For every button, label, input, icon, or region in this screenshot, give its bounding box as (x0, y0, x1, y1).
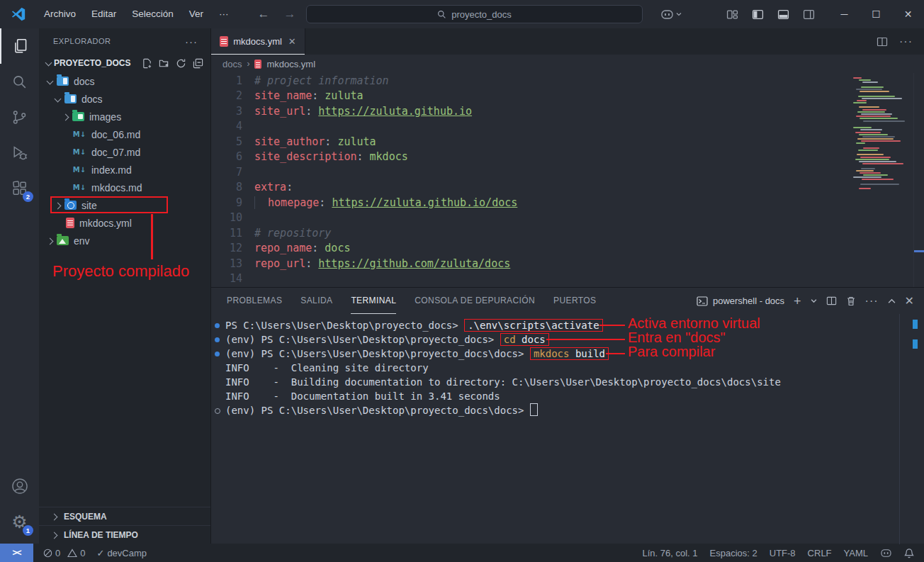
extensions-view-icon[interactable]: 2 (0, 170, 39, 206)
new-folder-icon[interactable] (159, 58, 169, 69)
tree-item-doc-07-md[interactable]: M↓doc_07.md (39, 143, 210, 161)
tree-item-index-md[interactable]: M↓index.md (39, 161, 210, 179)
terminal-text: (env) PS C:\Users\User\Desktop\proyecto_… (225, 348, 530, 359)
run-debug-icon[interactable] (0, 135, 39, 170)
tree-item-mkdocs-yml[interactable]: mkdocs.yml (39, 214, 210, 232)
collapse-folders-icon[interactable] (193, 58, 203, 69)
indentation[interactable]: Espacios: 2 (710, 548, 757, 558)
code-token: homepage (268, 196, 319, 209)
tab-close-icon[interactable]: ✕ (288, 36, 296, 47)
maximize-panel-icon[interactable] (888, 298, 896, 304)
terminal-command: cd (504, 334, 516, 345)
menu-archivo[interactable]: Archivo (36, 0, 84, 28)
customize-layout-icon[interactable] (723, 5, 742, 24)
chevron-down-icon (676, 12, 682, 16)
line-number: 10 (211, 211, 254, 224)
annotation-note: Activa entorno virtual (628, 316, 760, 330)
back-icon[interactable]: ← (258, 7, 270, 21)
terminal-dropdown-icon[interactable] (811, 298, 817, 303)
notifications-bell-icon[interactable] (904, 548, 914, 558)
minimize-button[interactable]: ─ (828, 0, 860, 28)
folder-docs-icon (57, 77, 69, 86)
tab-mkdocs-yml[interactable]: mkdocs.yml ✕ (211, 28, 305, 55)
code-token: # repository (254, 227, 331, 240)
terminal-line: INFO - Documentation built in 3.41 secon… (211, 389, 924, 403)
panel-tab-problemas[interactable]: PROBLEMAS (227, 288, 282, 314)
chevron-down-icon (43, 61, 54, 65)
language-mode[interactable]: YAML (844, 548, 868, 558)
toggle-panel-icon[interactable] (774, 5, 793, 24)
tree-item-label: env (74, 235, 90, 247)
close-panel-icon[interactable]: ✕ (905, 294, 914, 308)
panel-tab-puertos[interactable]: PUERTOS (553, 288, 596, 314)
tree-item-doc-06-md[interactable]: M↓doc_06.md (39, 125, 210, 143)
tree-item-images[interactable]: images (39, 108, 210, 125)
menu-ver[interactable]: Ver (181, 0, 211, 28)
new-file-icon[interactable] (142, 58, 152, 69)
outline-section[interactable]: ESQUEMA (39, 507, 210, 525)
tree-item-docs[interactable]: docs (39, 90, 210, 108)
panel-tab-consola-de-depuracion[interactable]: CONSOLA DE DEPURACIÓN (415, 288, 535, 314)
terminal-instance[interactable]: powershell - docs (697, 296, 784, 306)
problems-status[interactable]: 0 0 (43, 548, 85, 558)
project-name: PROYECTO_DOCS (54, 58, 130, 68)
project-section-header[interactable]: PROYECTO_DOCS (39, 54, 210, 72)
split-editor-icon[interactable] (877, 36, 888, 47)
code-link[interactable]: https://zuluta.github.io (318, 105, 472, 118)
forward-icon[interactable]: → (284, 7, 296, 21)
terminal[interactable]: PS C:\Users\User\Desktop\proyecto_docs> … (211, 314, 924, 544)
refresh-icon[interactable] (176, 58, 186, 69)
remote-indicator[interactable]: >< (0, 544, 33, 562)
encoding[interactable]: UTF-8 (770, 548, 796, 558)
accounts-icon[interactable] (0, 468, 39, 504)
panel-tab-salida[interactable]: SALIDA (300, 288, 332, 314)
breadcrumb[interactable]: docs › mkdocs.yml (211, 55, 924, 73)
minimap[interactable] (853, 77, 913, 190)
terminal-line: INFO - Building documentation to directo… (211, 375, 924, 389)
command-center-search[interactable]: proyecto_docs (306, 5, 643, 23)
search-view-icon[interactable] (0, 64, 39, 99)
eol-sequence[interactable]: CRLF (808, 548, 832, 558)
settings-gear-icon[interactable]: ⚙ 1 (0, 504, 39, 539)
tree-item-site[interactable]: site (39, 196, 210, 214)
code-token: # project information (254, 74, 389, 87)
code-link[interactable]: https://github.com/zuluta/docs (318, 257, 510, 270)
chevron-right-icon (49, 513, 60, 519)
tree-item-docs[interactable]: docs (39, 72, 210, 90)
kill-terminal-icon[interactable] (846, 296, 856, 306)
new-terminal-icon[interactable]: + (794, 296, 801, 306)
explorer-view-icon[interactable] (0, 28, 39, 64)
copilot-menu[interactable] (660, 9, 682, 20)
code-token: : (319, 196, 332, 209)
terminal-cursor (530, 403, 538, 416)
menu-seleccion[interactable]: Selección (124, 0, 181, 28)
code-link[interactable]: https://zuluta.github.io/docs (332, 196, 517, 209)
code-token: site_author (254, 135, 325, 148)
maximize-button[interactable]: ☐ (860, 0, 892, 28)
timeline-section[interactable]: LÍNEA DE TIEMPO (39, 525, 210, 544)
chevron-right-icon (60, 113, 71, 120)
menu-editar[interactable]: Editar (84, 0, 124, 28)
cursor-position[interactable]: Lín. 76, col. 1 (643, 548, 698, 558)
command-decoration-filled (215, 352, 220, 356)
panel-more-icon[interactable]: ··· (865, 295, 879, 308)
chevron-right-icon (45, 237, 55, 244)
toggle-secondary-sidebar-icon[interactable] (799, 5, 818, 24)
menu-item[interactable]: ··· (211, 0, 237, 28)
panel-tab-terminal[interactable]: TERMINAL (351, 288, 396, 314)
git-branch-status[interactable]: ✓ devCamp (96, 548, 147, 558)
command-decoration-filled (215, 323, 220, 328)
split-terminal-icon[interactable] (826, 296, 837, 306)
editor-more-icon[interactable]: ··· (899, 35, 913, 48)
editor-scrollbar[interactable] (913, 73, 924, 287)
code-editor[interactable]: 1# project information2site_name: zuluta… (211, 73, 924, 287)
toggle-primary-sidebar-icon[interactable] (748, 5, 767, 24)
close-button[interactable]: ✕ (892, 0, 924, 28)
source-control-icon[interactable] (0, 99, 39, 135)
tree-item-mkdocs-md[interactable]: M↓mkdocs.md (39, 179, 210, 196)
terminal-scrollbar-track[interactable] (899, 314, 900, 544)
copilot-status-icon[interactable] (880, 549, 892, 558)
explorer-more-icon[interactable]: ··· (185, 35, 198, 47)
tree-item-env[interactable]: env (39, 232, 210, 249)
panel-tabs: PROBLEMASSALIDATERMINALCONSOLA DE DEPURA… (227, 288, 596, 314)
